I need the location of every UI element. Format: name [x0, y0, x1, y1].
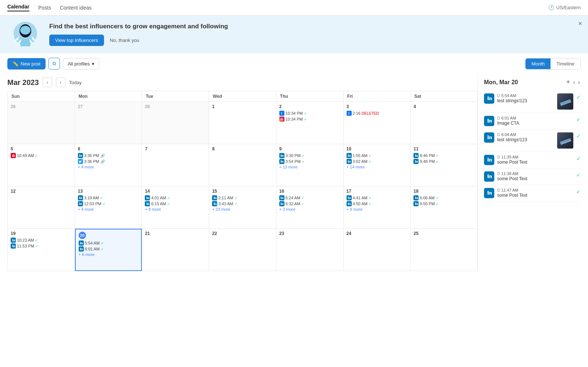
cal-cell[interactable]: 5 10:49 AM ✓ [8, 144, 75, 186]
calendar-sidebar: Mon, Mar 20 + ‹ › D 5:54 AM test strings… [478, 74, 581, 271]
header-tue: Tue [142, 91, 209, 102]
today-button[interactable]: Today [69, 80, 82, 85]
banner-close-button[interactable]: × [578, 20, 582, 28]
cal-cell[interactable]: 25 [410, 229, 478, 271]
next-month-button[interactable]: › [56, 78, 65, 87]
copy-button[interactable]: ⧉ [49, 58, 60, 70]
calendar-area: Mar 2023 ‹ › Today Sun Mon Tue Wed Thu F… [0, 74, 588, 271]
sidebar-event[interactable]: D 11:38 AM some Post Text ✓ [484, 168, 581, 185]
new-post-button[interactable]: ✏️ New post [7, 58, 46, 70]
cal-cell[interactable]: 15 2:11 AM ✓ 3:43 AM ✓ + 23 more [209, 186, 276, 229]
prev-month-button[interactable]: ‹ [43, 78, 52, 87]
header-thu: Thu [276, 91, 344, 102]
cal-cell[interactable]: 28 [142, 102, 209, 144]
cal-cell[interactable]: 7 [142, 144, 209, 186]
clock-icon: 🕐 [548, 5, 554, 10]
calendar-grid: 26 27 28 1 2 10:34 PM ✓ [7, 102, 478, 271]
cal-cell[interactable]: 13 3:19 AM ✓ 12:03 PM ✓ + 4 more [75, 186, 142, 229]
chevron-down-icon: ▾ [92, 61, 94, 67]
banner-illustration [9, 21, 42, 48]
cal-cell[interactable]: 24 [344, 229, 411, 271]
calendar-title: Mar 2023 [7, 78, 39, 87]
view-toggle: Month Timeline [525, 58, 581, 70]
header-wed: Wed [209, 91, 276, 102]
sidebar-event[interactable]: D 11:35 AM some Post Text ✓ [484, 152, 581, 168]
sidebar-event[interactable]: D 5:54 AM test strings!123 ✓ [484, 90, 581, 113]
sidebar-add-button[interactable]: + [566, 78, 571, 87]
sidebar-event[interactable]: D 6:04 AM test strings!123 ✓ [484, 129, 581, 152]
header-sun: Sun [8, 91, 75, 102]
nav-calendar[interactable]: Calendar [7, 4, 29, 11]
cal-cell-today[interactable]: 20 5:54 AM ✓ 6:01 AM ✓ + 6 more [75, 229, 142, 271]
cal-cell[interactable]: 4 [410, 102, 478, 144]
no-thanks-button[interactable]: No, thank you [110, 38, 139, 43]
month-view-button[interactable]: Month [526, 58, 551, 69]
timeline-view-button[interactable]: Timeline [551, 58, 580, 69]
svg-point-8 [281, 119, 282, 120]
nav-content-ideas[interactable]: Content ideas [60, 5, 92, 11]
svg-point-2 [20, 26, 31, 35]
day-headers: Sun Mon Tue Wed Thu Fri Sat [7, 91, 478, 102]
banner-content: Find the best influencers to grow engage… [49, 23, 228, 46]
sidebar-prev-button[interactable]: ‹ [572, 78, 576, 86]
cal-cell[interactable]: 26 [8, 102, 75, 144]
cal-cell[interactable]: 11 8:46 PM ✓ 9:48 PM ✓ [410, 144, 478, 186]
pen-icon: ✏️ [12, 61, 18, 67]
cal-cell[interactable]: 2 10:34 PM ✓ 10:34 PM ✓ [276, 102, 344, 144]
header-sat: Sat [410, 91, 478, 102]
cal-cell[interactable]: 6 3:36 PM 🔗 3:36 PM 🔗 + 4 more [75, 144, 142, 186]
calendar-main: Mar 2023 ‹ › Today Sun Mon Tue Wed Thu F… [7, 74, 478, 271]
cal-cell[interactable]: 21 [142, 229, 209, 271]
cal-cell[interactable]: 14 4:01 AM ✓ 6:15 AM ✓ + 8 more [142, 186, 209, 229]
timezone-label: US/Eastern [556, 5, 581, 10]
cal-cell[interactable]: 17 4:41 AM ✓ 4:50 AM ✓ + 9 more [344, 186, 411, 229]
cal-cell[interactable]: 27 [75, 102, 142, 144]
cal-cell[interactable]: 19 10:23 AM ✓ 11:53 PM ✓ [8, 229, 75, 271]
cal-cell[interactable]: 1 [209, 102, 276, 144]
sidebar-next-button[interactable]: › [577, 78, 581, 86]
header-mon: Mon [75, 91, 142, 102]
nav-posts[interactable]: Posts [38, 5, 51, 11]
profiles-dropdown[interactable]: All profiles ▾ [63, 58, 99, 70]
svg-point-9 [282, 118, 283, 119]
cal-cell[interactable]: 10 1:55 AM ✓ 3:02 AM ✓ + 14 more [344, 144, 411, 186]
cal-cell[interactable]: 16 6:24 AM ✓ 6:32 AM ✓ + 3 more [276, 186, 344, 229]
cal-cell[interactable]: 3 2:16 DELETED [344, 102, 411, 144]
banner-title: Find the best influencers to grow engage… [49, 23, 228, 30]
sidebar-event[interactable]: D 6:01 AM Image CTA ✓ [484, 113, 581, 129]
view-influencers-button[interactable]: View top Influencers [49, 35, 104, 46]
sidebar-title: Mon, Mar 20 [484, 79, 518, 86]
calendar-header: Mar 2023 ‹ › Today [7, 74, 478, 91]
top-nav: Calendar Posts Content ideas 🕐 US/Easter… [0, 0, 588, 15]
promo-banner: Find the best influencers to grow engage… [0, 15, 588, 53]
cal-cell[interactable]: 18 6:06 AM ✓ 9:50 PM ✓ [410, 186, 478, 229]
header-fri: Fri [344, 91, 411, 102]
cal-cell[interactable]: 9 3:30 PM ✓ 3:54 PM ✓ + 13 more [276, 144, 344, 186]
sidebar-event[interactable]: D 11:47 AM some Post Text ✓ [484, 185, 581, 202]
cal-cell[interactable]: 23 [276, 229, 344, 271]
cal-cell[interactable]: 12 [8, 186, 75, 229]
cal-cell[interactable]: 22 [209, 229, 276, 271]
cal-cell[interactable]: 8 [209, 144, 276, 186]
calendar-toolbar: ✏️ New post ⧉ All profiles ▾ Month Timel… [0, 53, 588, 74]
